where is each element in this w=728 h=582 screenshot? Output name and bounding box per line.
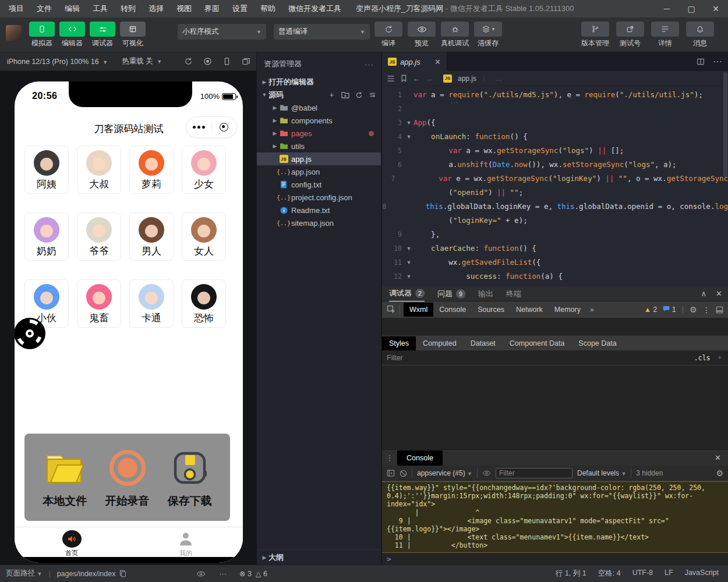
menu-帮助[interactable]: 帮助	[254, 3, 282, 14]
console-prompt[interactable]: >	[382, 553, 728, 566]
editor-tab-appjs[interactable]: JS app.js ✕	[382, 52, 447, 71]
close-button[interactable]: ✕	[704, 0, 728, 17]
code-line[interactable]: 11▼ wx.getSavedFileList({	[382, 255, 728, 269]
panel-tab-调试器[interactable]: 调试器2	[389, 286, 425, 301]
voice-card-男人[interactable]: 男人	[129, 212, 174, 261]
panel-close-icon[interactable]: ✕	[716, 289, 722, 298]
toolbar-button-编译[interactable]: 编译	[374, 22, 402, 48]
menu-工具[interactable]: 工具	[86, 3, 114, 14]
toolbar-button-真机调试[interactable]: 真机调试	[441, 22, 469, 48]
toolbar-button-版本管理[interactable]: 版本管理	[581, 22, 609, 48]
devtools-tab-Network[interactable]: Network	[510, 303, 549, 317]
toolbar-button-可视化[interactable]: 可视化	[119, 22, 147, 48]
tree-item-project.config.json[interactable]: {..}project.config.json	[257, 191, 381, 204]
open-editors-section[interactable]: ▶打开的编辑器	[257, 76, 381, 88]
voice-card-少女[interactable]: 少女	[182, 146, 226, 194]
code-line[interactable]: 10▼ claerCache: function() {	[382, 242, 728, 255]
action-开始录音[interactable]: 开始录音	[105, 446, 150, 509]
menu-设置[interactable]: 设置	[226, 3, 254, 14]
styles-tab-Component-Data[interactable]: Component Data	[503, 336, 572, 350]
refresh-tree-icon[interactable]	[355, 90, 363, 100]
page-path-select[interactable]: 页面路径 ▼	[6, 569, 42, 579]
tree-item-app.js[interactable]: JSapp.js	[257, 152, 381, 165]
drawer-icon[interactable]	[716, 306, 723, 314]
toolbar-button-调试器[interactable]: 调试器	[89, 22, 116, 48]
menu-转到[interactable]: 转到	[114, 3, 142, 14]
voice-card-萝莉[interactable]: 萝莉	[129, 146, 174, 194]
problems-indicator[interactable]: ⊗ 3 △ 6	[239, 569, 267, 578]
hidden-count[interactable]: 3 hidden	[636, 469, 663, 477]
maximize-button[interactable]: ▢	[679, 0, 704, 17]
hot-reload-toggle[interactable]: 热重载 关 ▼	[122, 56, 162, 66]
fold-icon[interactable]: ▼	[404, 255, 414, 269]
inspect-icon[interactable]	[387, 305, 396, 314]
tabbar-我的[interactable]: 我的	[129, 527, 243, 558]
panel-tab-输出[interactable]: 输出	[478, 286, 493, 301]
code-line[interactable]: 9 },	[382, 228, 728, 242]
device-select[interactable]: iPhone 12/13 (Pro) 100% 16 ▼	[7, 58, 108, 66]
status-item[interactable]: LF	[665, 569, 673, 579]
message-count[interactable]: 1	[663, 306, 676, 314]
styles-tab-Computed[interactable]: Computed	[416, 336, 464, 350]
compile-select[interactable]: 普通编译▼	[274, 24, 370, 40]
code-line[interactable]: 6 a.unshift(Date.now()), wx.setStorageSy…	[382, 158, 728, 172]
explorer-more-icon[interactable]: ···	[365, 60, 374, 69]
code-line[interactable]: 8 this.globalData.loginKey = e, this.glo…	[382, 200, 728, 214]
sim-device-icon[interactable]	[222, 57, 231, 66]
levels-select[interactable]: Default levels ▼	[577, 469, 626, 477]
console-settings-icon[interactable]: ⚙	[716, 469, 723, 478]
sim-refresh-icon[interactable]	[184, 57, 193, 66]
status-eye-icon[interactable]	[196, 570, 206, 577]
menu-选择[interactable]: 选择	[142, 3, 170, 14]
outline-list-icon[interactable]	[387, 75, 395, 82]
voice-card-鬼畜[interactable]: 鬼畜	[77, 279, 121, 328]
voice-card-大叔[interactable]: 大叔	[77, 146, 121, 194]
user-avatar[interactable]	[6, 25, 22, 41]
tree-item-sitemap.json[interactable]: {..}sitemap.json	[257, 217, 381, 229]
editor-more-icon[interactable]: ···	[713, 56, 722, 67]
action-保存下载[interactable]: 保存下载	[168, 446, 212, 509]
collapse-all-icon[interactable]	[369, 90, 376, 100]
bookmark-icon[interactable]	[401, 74, 407, 82]
warning-count[interactable]: ▲ 2	[644, 306, 657, 314]
devtools-tab-Memory[interactable]: Memory	[549, 303, 586, 317]
exit-button[interactable]	[212, 123, 237, 132]
console-filter-input[interactable]	[496, 468, 572, 478]
tree-item-utils[interactable]: ▶utils	[257, 140, 381, 152]
cls-button[interactable]: .cls	[694, 354, 711, 362]
console-eye-icon[interactable]	[482, 470, 491, 477]
tabbar-首页[interactable]: 首页	[15, 527, 129, 558]
action-本地文件[interactable]: 本地文件	[43, 446, 87, 509]
code-line[interactable]: 4▼ onLaunch: function() {	[382, 130, 728, 144]
panel-tab-问题[interactable]: 问题9	[437, 286, 465, 301]
devtools-settings-icon[interactable]: ⚙	[690, 305, 697, 314]
code-line[interactable]: ("loginKey=" + e);	[382, 214, 728, 228]
console-sidebar-icon[interactable]	[387, 469, 395, 477]
sim-record-icon[interactable]	[203, 57, 212, 66]
split-editor-icon[interactable]	[697, 56, 705, 67]
page-path-value[interactable]: pages/index/index	[57, 570, 116, 578]
more-tabs-icon[interactable]: »	[590, 306, 594, 314]
toolbar-button-测试号[interactable]: 测试号	[616, 22, 644, 48]
menu-微信开发者工具[interactable]: 微信开发者工具	[282, 3, 348, 14]
voice-card-阿姨[interactable]: 阿姨	[24, 146, 69, 194]
context-select[interactable]: appservice (#5) ▼	[417, 469, 472, 477]
tree-item-pages[interactable]: ▶pages	[257, 127, 381, 140]
voice-card-卡通[interactable]: 卡通	[129, 279, 174, 328]
mode-select[interactable]: 小程序模式▼	[178, 24, 266, 40]
code-line[interactable]: 1var a = require("./utils/md5.js"), e = …	[382, 88, 728, 102]
outline-section[interactable]: ▶大纲	[257, 549, 381, 565]
tab-close-icon[interactable]: ✕	[434, 58, 441, 66]
panel-tab-终端[interactable]: 终端	[506, 286, 521, 301]
code-line[interactable]: 2	[382, 102, 728, 116]
tree-item-config.txt[interactable]: config.txt	[257, 178, 381, 191]
fold-icon[interactable]: ▼	[404, 130, 414, 144]
nav-back-icon[interactable]: ←	[413, 74, 420, 83]
clear-console-icon[interactable]	[400, 470, 407, 477]
devtools-tab-Sources[interactable]: Sources	[472, 303, 510, 317]
editor-scrollbar[interactable]	[723, 72, 727, 177]
menu-界面[interactable]: 界面	[198, 3, 226, 14]
add-style-icon[interactable]: ＋	[716, 353, 724, 363]
menu-项目[interactable]: 项目	[2, 3, 30, 14]
fold-icon[interactable]: ▼	[404, 269, 414, 283]
